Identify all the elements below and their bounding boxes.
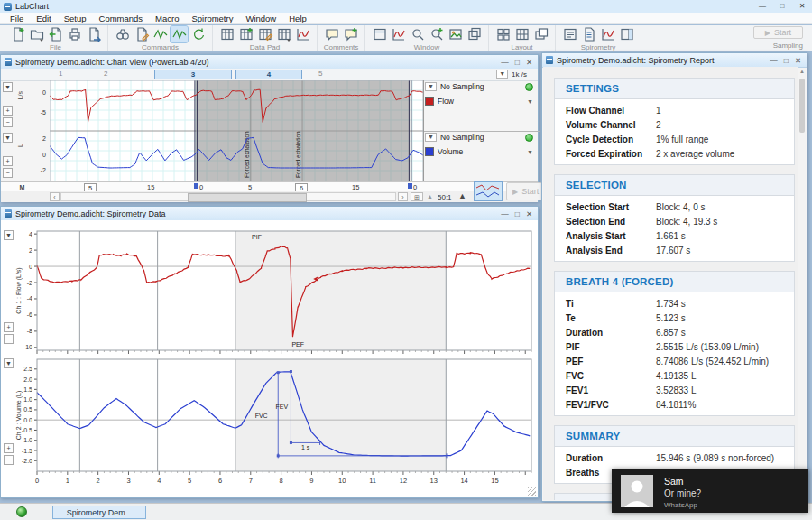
menu-macro[interactable]: Macro (149, 14, 185, 23)
datapad-options-icon[interactable] (275, 26, 292, 42)
channel-scale-dropdown[interactable]: ▼ (4, 230, 14, 240)
chevron-down-icon[interactable]: ▼ (425, 133, 437, 142)
window-resize-grip[interactable] (528, 488, 536, 496)
scale-minus-button[interactable]: − (4, 334, 14, 344)
channel-row[interactable]: Flow▼ (425, 97, 537, 106)
report-close-button[interactable]: ✕ (795, 56, 801, 65)
menu-help[interactable]: Help (282, 14, 313, 23)
open-file-icon[interactable] (28, 26, 45, 42)
macro-run-icon[interactable] (189, 26, 207, 42)
waveform-window-icon[interactable] (390, 26, 407, 42)
expand-ratio-button[interactable]: ▲ (457, 192, 467, 201)
copy-window-icon[interactable] (466, 26, 483, 42)
scale-minus-button[interactable]: − (4, 455, 14, 465)
report-minimize-button[interactable]: — (770, 56, 778, 65)
scale-minus-button[interactable]: − (3, 168, 13, 178)
svg-text:12: 12 (400, 477, 407, 485)
report-row-label: Selection Start (566, 202, 656, 212)
app-minimize-button[interactable]: — (752, 0, 772, 13)
spiro-data-close-button[interactable]: ✕ (526, 209, 532, 218)
chart-view-close-button[interactable]: ✕ (526, 58, 532, 67)
report-scrollbar[interactable]: ▲ ▼ (798, 68, 806, 499)
scale-plus-button[interactable]: + (4, 322, 14, 332)
spirometry-panel-icon[interactable] (618, 26, 635, 42)
report-maximize-button[interactable]: □ (784, 56, 789, 65)
menu-commands[interactable]: Commands (93, 14, 150, 23)
scale-plus-button[interactable]: + (3, 156, 13, 166)
block-4[interactable]: 4 (235, 70, 302, 79)
block-1[interactable]: 1 (59, 70, 62, 78)
events-icon[interactable] (171, 26, 188, 42)
channel-scale-dropdown[interactable]: ▼ (4, 358, 14, 368)
block-5[interactable]: 5 (318, 70, 322, 78)
scrollbar-track[interactable] (60, 192, 396, 201)
edit-commands-icon[interactable] (133, 26, 150, 42)
chart-start-button[interactable]: ▶Start (506, 182, 545, 200)
scale-plus-button[interactable]: + (4, 443, 14, 453)
channel-scale-dropdown[interactable]: ▼ (3, 133, 13, 143)
menu-spirometry[interactable]: Spirometry (186, 14, 240, 23)
report-scroll-thumb[interactable] (799, 79, 805, 133)
tile-wide-layout-icon[interactable] (513, 26, 531, 42)
chart-view-minimize-button[interactable]: — (501, 58, 509, 67)
svg-text:13: 13 (430, 477, 438, 485)
app-close-button[interactable]: ✕ (792, 0, 812, 13)
window-icon[interactable] (371, 26, 388, 42)
spirometry-curve-icon[interactable] (599, 26, 616, 42)
menu-file[interactable]: File (4, 14, 30, 23)
revert-file-icon[interactable] (47, 26, 64, 42)
print-icon[interactable] (66, 26, 83, 42)
spirometry-settings-icon[interactable] (561, 26, 578, 42)
whatsapp-notification[interactable]: Sam Or mine? WhatsApp (612, 469, 808, 513)
cascade-layout-icon[interactable] (532, 26, 549, 42)
menu-setup[interactable]: Setup (58, 14, 93, 23)
svg-text:Ch 2 : Volume (L): Ch 2 : Volume (L) (15, 391, 23, 440)
chevron-down-icon[interactable]: ▼ (425, 82, 437, 91)
chart-view-plot[interactable]: Forced exhalationForced exhalation (50, 80, 423, 181)
stimulator-icon[interactable] (152, 26, 169, 42)
document-tab[interactable]: Spirometry Dem... (52, 506, 146, 519)
menu-edit[interactable]: Edit (30, 14, 57, 23)
marker-tool-icon[interactable]: M (17, 183, 27, 193)
find-window-icon[interactable] (409, 26, 426, 42)
rate-dropdown[interactable]: ▼ (496, 70, 508, 79)
spiro-data-maximize-button[interactable]: □ (515, 209, 520, 218)
block-2[interactable]: 2 (104, 70, 107, 78)
scale-to-fit-button[interactable]: ⊞ (411, 192, 423, 201)
spirometry-report-icon[interactable] (580, 26, 597, 42)
find-icon[interactable] (114, 26, 131, 42)
report-row-label: Selection End (566, 217, 656, 227)
compress-ratio-button[interactable]: ▲ (425, 192, 435, 201)
sampling-start-button[interactable]: ▶Start (753, 26, 803, 39)
tile-layout-icon[interactable] (494, 26, 512, 42)
channel-scale-dropdown[interactable]: ▼ (3, 82, 13, 92)
menu-window[interactable]: Window (239, 14, 282, 23)
chart-view-maximize-button[interactable]: □ (515, 58, 520, 67)
channel-row[interactable]: Volume▼ (425, 147, 537, 156)
spiro-data-minimize-button[interactable]: — (501, 209, 509, 218)
scale-minus-button[interactable]: − (3, 117, 13, 127)
add-to-datapad-icon[interactable] (237, 26, 254, 42)
datapad-edit-icon[interactable] (256, 26, 273, 42)
report-row-value: 2 (656, 120, 661, 130)
new-file-icon[interactable] (9, 26, 26, 42)
zoom-window-icon[interactable] (428, 26, 445, 42)
block-3[interactable]: 3 (154, 70, 232, 79)
chevron-down-icon[interactable]: ▼ (527, 149, 533, 155)
scrollbar-thumb[interactable] (188, 193, 307, 202)
add-comment-icon[interactable] (342, 26, 359, 42)
chevron-down-icon[interactable]: ▼ (527, 98, 533, 105)
datapad-icon[interactable] (218, 26, 235, 42)
export-icon[interactable] (85, 26, 102, 42)
spirometry-data-plots[interactable]: 420-2-4-6-8-10PIFPEFCh 1 : Flow (L/s)2.5… (1, 220, 538, 493)
datapad-chart-icon[interactable] (294, 26, 311, 42)
scroll-up-arrow[interactable]: ▲ (798, 69, 806, 74)
sampling-panel-button[interactable] (474, 181, 503, 201)
scroll-right-button[interactable]: › (398, 192, 408, 201)
scroll-left-button[interactable]: ‹ (50, 192, 60, 201)
report-row-label: Cycle Detection (566, 135, 656, 144)
scale-plus-button[interactable]: + (3, 106, 13, 116)
app-maximize-button[interactable]: □ (772, 0, 792, 13)
comment-icon[interactable] (323, 26, 340, 42)
image-window-icon[interactable] (447, 26, 464, 42)
